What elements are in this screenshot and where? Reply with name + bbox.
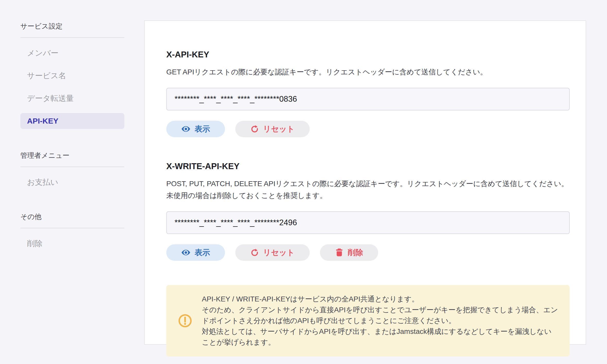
sidebar-section-service-settings: サービス設定 メンバー サービス名 データ転送量 API-KEY <box>20 22 124 129</box>
warning-line: API-KEY / WRITE-API-KEYはサービス内の全API共通となりま… <box>202 294 558 305</box>
api-key-warning-notice: API-KEY / WRITE-API-KEYはサービス内の全API共通となりま… <box>166 285 570 357</box>
x-api-key-actions: 表示 リセット <box>166 121 570 137</box>
x-api-key-title: X-API-KEY <box>166 50 570 59</box>
eye-icon <box>181 248 190 257</box>
sidebar-item-delete-service[interactable]: 削除 <box>20 236 124 252</box>
sidebar-heading-service-settings: サービス設定 <box>20 22 124 38</box>
x-write-api-key-actions: 表示 リセット 削除 <box>166 244 570 261</box>
sidebar-heading-admin-menu: 管理者メニュー <box>20 151 124 167</box>
reset-button-label: リセット <box>263 124 295 134</box>
warning-icon <box>178 313 193 328</box>
refresh-icon <box>250 248 259 257</box>
sidebar-item-api-key[interactable]: API-KEY <box>20 113 124 129</box>
sidebar-section-admin-menu: 管理者メニュー お支払い <box>20 151 124 190</box>
x-api-key-input[interactable] <box>166 88 570 110</box>
show-button-label: 表示 <box>195 124 210 134</box>
sidebar-item-service-name[interactable]: サービス名 <box>20 68 124 84</box>
delete-write-api-key-button[interactable]: 削除 <box>320 244 378 261</box>
trash-icon <box>335 248 344 257</box>
show-api-key-button[interactable]: 表示 <box>166 121 225 137</box>
x-api-key-section: X-API-KEY GET APIリクエストの際に必要な認証キーです。リクエスト… <box>166 50 570 137</box>
sidebar-section-other: その他 削除 <box>20 212 124 252</box>
show-write-api-key-button[interactable]: 表示 <box>166 244 225 261</box>
settings-sidebar: サービス設定 メンバー サービス名 データ転送量 API-KEY 管理者メニュー… <box>20 22 124 252</box>
reset-button-label: リセット <box>263 247 295 258</box>
x-write-api-key-input[interactable] <box>166 211 570 234</box>
x-write-api-key-section: X-WRITE-API-KEY POST, PUT, PATCH, DELETE… <box>166 161 570 261</box>
reset-write-api-key-button[interactable]: リセット <box>235 244 310 261</box>
api-key-settings-card: X-API-KEY GET APIリクエストの際に必要な認証キーです。リクエスト… <box>144 20 586 345</box>
delete-button-label: 削除 <box>348 247 363 258</box>
reset-api-key-button[interactable]: リセット <box>235 121 310 137</box>
eye-icon <box>181 124 190 134</box>
x-write-api-key-description: POST, PUT, PATCH, DELETE APIリクエストの際に必要な認… <box>166 178 570 202</box>
x-api-key-description: GET APIリクエストの際に必要な認証キーです。リクエストヘッダーに含めて送信… <box>166 66 570 78</box>
warning-line: そのため、クライアントサイドから直接APIを呼び出すことでユーザーがキーを把握で… <box>202 305 558 326</box>
sidebar-item-payment[interactable]: お支払い <box>20 174 124 190</box>
sidebar-item-members[interactable]: メンバー <box>20 45 124 61</box>
warning-notice-text: API-KEY / WRITE-API-KEYはサービス内の全API共通となりま… <box>202 294 558 348</box>
sidebar-item-data-transfer[interactable]: データ転送量 <box>20 90 124 106</box>
show-button-label: 表示 <box>195 247 210 258</box>
x-write-api-key-title: X-WRITE-API-KEY <box>166 161 570 171</box>
refresh-icon <box>250 125 259 133</box>
sidebar-heading-other: その他 <box>20 212 124 228</box>
warning-line: 対処法としては、サーバサイドからAPIを呼び出す、またはJamstack構成にす… <box>202 326 558 348</box>
